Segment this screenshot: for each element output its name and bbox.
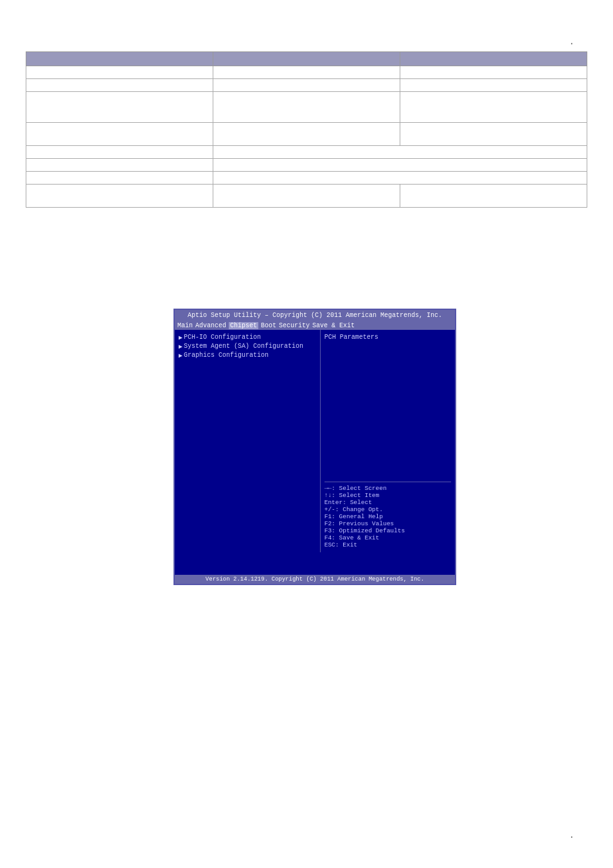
data-table-area	[26, 51, 587, 208]
table-cell	[213, 66, 400, 79]
table-cell	[26, 123, 213, 146]
top-dot: ·	[569, 39, 574, 49]
table-header-col1	[26, 52, 213, 66]
table-cell	[213, 146, 587, 159]
bios-help-esc: ESC: Exit	[324, 541, 451, 548]
bios-help-f1: F1: General Help	[324, 513, 451, 520]
bios-body: PCH-IO Configuration System Agent (SA) C…	[175, 330, 455, 552]
table-cell	[400, 123, 587, 146]
bios-nav-security[interactable]: Security	[279, 322, 310, 329]
bios-menu-graphics[interactable]: Graphics Configuration	[179, 352, 316, 359]
bios-help-f4: F4: Save & Exit	[324, 534, 451, 541]
table-cell	[26, 66, 213, 79]
bios-help-f3: F3: Optimized Defaults	[324, 527, 451, 534]
bios-nav-bar: Main Advanced Chipset Boot Security Save…	[175, 321, 455, 330]
table-row	[26, 79, 587, 92]
table-cell	[213, 79, 400, 92]
bios-help-select-item: ↑↓: Select Item	[324, 492, 451, 499]
bios-nav-chipset[interactable]: Chipset	[229, 322, 258, 329]
bios-help-change-opt: +/-: Change Opt.	[324, 506, 451, 513]
bios-footer: Version 2.14.1219. Copyright (C) 2011 Am…	[175, 575, 455, 584]
table-cell	[26, 172, 213, 185]
bios-help-f2: F2: Previous Values	[324, 520, 451, 527]
table-cell	[213, 123, 400, 146]
bios-menu-pch-io[interactable]: PCH-IO Configuration	[179, 334, 316, 341]
table-cell	[213, 185, 400, 208]
table-cell	[213, 92, 400, 123]
table-cell	[26, 159, 213, 172]
bios-title-bar: Aptio Setup Utility – Copyright (C) 2011…	[175, 310, 455, 321]
bios-nav-advanced[interactable]: Advanced	[195, 322, 226, 329]
bios-nav-save-exit[interactable]: Save & Exit	[312, 322, 355, 329]
table-cell	[213, 159, 587, 172]
table-cell	[400, 66, 587, 79]
bios-help-select-screen: →←: Select Screen	[324, 485, 451, 492]
table-row	[26, 159, 587, 172]
bios-left-panel: PCH-IO Configuration System Agent (SA) C…	[175, 330, 321, 552]
table-row	[26, 92, 587, 123]
bios-window: Aptio Setup Utility – Copyright (C) 2011…	[173, 309, 456, 585]
bios-help-enter-select: Enter: Select	[324, 499, 451, 506]
bios-right-panel: PCH Parameters →←: Select Screen ↑↓: Sel…	[321, 330, 455, 552]
bottom-dot: ·	[569, 832, 574, 842]
table-row	[26, 172, 587, 185]
table-cell	[400, 185, 587, 208]
table-cell	[213, 172, 587, 185]
bios-menu-system-agent[interactable]: System Agent (SA) Configuration	[179, 343, 316, 350]
bios-title-line1: Aptio Setup Utility – Copyright (C) 2011…	[177, 311, 452, 320]
table-header-col3	[400, 52, 587, 66]
table-row	[26, 185, 587, 208]
main-table	[26, 51, 587, 208]
table-cell	[26, 185, 213, 208]
table-cell	[26, 146, 213, 159]
table-header-col2	[213, 52, 400, 66]
table-cell	[26, 79, 213, 92]
bios-pch-header: PCH Parameters	[324, 334, 451, 341]
table-cell	[400, 79, 587, 92]
table-row	[26, 123, 587, 146]
table-cell	[26, 92, 213, 123]
bios-nav-boot[interactable]: Boot	[261, 322, 276, 329]
table-row	[26, 66, 587, 79]
table-row	[26, 146, 587, 159]
table-cell	[400, 92, 587, 123]
bios-help-section: →←: Select Screen ↑↓: Select Item Enter:…	[324, 482, 451, 548]
bios-nav-main[interactable]: Main	[177, 322, 193, 329]
bios-right-top: PCH Parameters	[324, 334, 451, 482]
